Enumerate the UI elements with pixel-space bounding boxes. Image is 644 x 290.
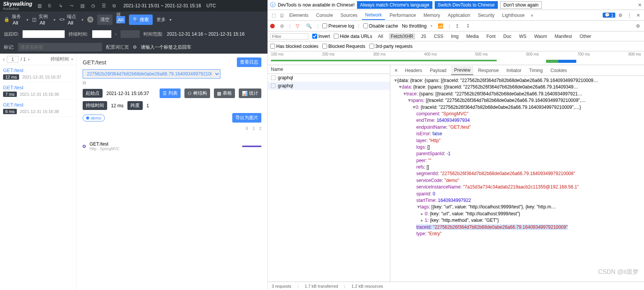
filter-other[interactable]: Other <box>578 33 593 39</box>
trace-id-select[interactable]: 227562b26f364d7b82b68de0abe26a66.79.1640… <box>83 69 220 79</box>
more-link[interactable]: 更多 <box>157 16 166 23</box>
trace-item[interactable]: GET:/test 6 ms2021-12-31 15:16:38 <box>0 100 76 117</box>
filter-img[interactable]: Img <box>449 33 460 39</box>
request-row[interactable]: graphql <box>268 74 390 82</box>
resp-tab-cookies[interactable]: Cookies <box>547 66 570 75</box>
request-row[interactable]: graphql <box>268 82 390 90</box>
banner-match-button[interactable]: Always match Chrome's language <box>357 1 432 9</box>
resp-tab-headers[interactable]: Headers <box>402 66 425 75</box>
chevron-down-icon[interactable]: ▾ <box>170 18 171 22</box>
close-icon[interactable]: ✕ <box>87 16 93 23</box>
device-icon[interactable]: ⌼ <box>279 13 285 18</box>
sort-label[interactable]: 持续时间 <box>51 56 69 62</box>
tab-console[interactable]: Console <box>313 11 336 20</box>
list-icon[interactable]: ☰ <box>102 3 107 8</box>
close-icon[interactable]: ✕ <box>392 68 400 73</box>
filter-input[interactable] <box>270 33 308 39</box>
gear-icon[interactable]: ⚙ <box>133 44 137 50</box>
chevron-down-icon[interactable]: ▾ <box>430 24 432 28</box>
resp-tab-payload[interactable]: Payload <box>427 66 449 75</box>
clear-button[interactable]: 清空 <box>97 15 112 25</box>
line-icon[interactable]: ⤳ <box>70 3 75 8</box>
preserve-log-checkbox[interactable]: Preserve log <box>322 23 354 29</box>
endpoint-select[interactable]: All <box>67 19 79 26</box>
filter-wasm[interactable]: Wasm <box>532 33 549 39</box>
view-log-button[interactable]: 查看日志 <box>237 57 261 67</box>
close-icon[interactable]: ✕ <box>635 13 642 18</box>
waterfall[interactable]: 100 ms 200 ms 300 ms 400 ms 500 ms 600 m… <box>268 51 644 65</box>
stats-view-button[interactable]: 📊 统计 <box>239 88 261 98</box>
trace-item[interactable]: GET:/test 7 ms2021-12-31 15:16:38 <box>0 82 76 100</box>
list-view-button[interactable]: ☰ 列表 <box>160 88 181 98</box>
filter-doc[interactable]: Doc <box>501 33 513 39</box>
filter-css[interactable]: CSS <box>432 33 445 39</box>
pager-page[interactable]: 1 <box>7 56 18 63</box>
close-icon[interactable]: ✕ <box>638 2 642 8</box>
more-tabs-icon[interactable]: » <box>529 13 535 18</box>
filter-media[interactable]: Media <box>464 33 481 39</box>
tab-security[interactable]: Security <box>475 11 497 20</box>
messages-badge[interactable]: 💬 1 <box>603 13 615 18</box>
config-label[interactable]: 配置词汇页 <box>106 44 129 51</box>
filter-ws[interactable]: WS <box>517 33 528 39</box>
chevron-down-icon[interactable]: ▾ <box>82 18 83 22</box>
blocked-req-checkbox[interactable]: Blocked Requests <box>322 44 365 49</box>
kebab-icon[interactable]: ⋮ <box>626 13 633 18</box>
span-row[interactable]: GET:/test Http - SpringMVC <box>83 141 261 151</box>
traceid-input[interactable] <box>23 30 65 38</box>
clear-icon[interactable]: ⊘ <box>279 23 285 29</box>
disable-cache-checkbox[interactable]: Disable cache <box>363 23 398 29</box>
json-preview[interactable]: ▼{data: {trace: {spans: [{traceId: "2275… <box>390 76 644 282</box>
alarm-icon[interactable]: ◷ <box>91 3 96 8</box>
chevron-down-icon[interactable]: ▾ <box>71 57 73 61</box>
filter-font[interactable]: Font <box>484 33 497 39</box>
tab-sources[interactable]: Sources <box>337 11 360 20</box>
tag-input[interactable] <box>18 43 102 51</box>
time-range[interactable]: 2021-12-31 15:01 ~ 2021-12-31 15:16 <box>123 3 201 8</box>
filter-manifest[interactable]: Manifest <box>553 33 574 39</box>
pager-prev[interactable]: ‹ <box>3 57 5 62</box>
blocked-cookies-checkbox[interactable]: Has blocked cookies <box>270 44 318 49</box>
copy-icon[interactable]: ⧉ <box>112 3 118 8</box>
record-icon[interactable] <box>270 24 275 28</box>
wifi-icon[interactable]: 📶 <box>436 23 445 29</box>
log-icon[interactable]: ▤ <box>80 3 86 8</box>
search-icon[interactable]: 🔍 <box>305 23 313 29</box>
tab-performance[interactable]: Performance <box>386 11 419 20</box>
inspect-icon[interactable]: ⬚ <box>270 13 277 18</box>
filter-all[interactable]: All <box>376 33 385 39</box>
instance-select[interactable]: All <box>39 19 51 26</box>
download-icon[interactable]: ↧ <box>465 23 471 29</box>
gear-icon[interactable]: ⚙ <box>617 13 624 18</box>
tree-view-button[interactable]: ⚇ 树结构 <box>184 88 210 98</box>
tab-network[interactable]: Network <box>362 11 385 20</box>
throttle-select[interactable]: No throttling <box>402 23 427 29</box>
export-image-button[interactable]: 导出为图片 <box>232 113 261 123</box>
banner-dismiss-button[interactable]: Don't show again <box>500 1 542 9</box>
copy-icon[interactable]: ⧉ <box>83 80 86 85</box>
filter-icon[interactable]: ▽ <box>294 23 301 29</box>
invert-checkbox[interactable]: Invert <box>312 34 330 39</box>
topo-icon[interactable]: ⎘ <box>48 3 54 8</box>
trace-icon[interactable]: ↳ <box>59 3 64 8</box>
duration-min-input[interactable] <box>92 30 111 38</box>
gear-icon[interactable]: ⚙ <box>634 23 642 29</box>
banner-switch-button[interactable]: Switch DevTools to Chinese <box>435 1 498 9</box>
chart-icon[interactable]: ▥ <box>37 3 43 8</box>
search-button[interactable]: 🔍 搜索 <box>129 15 153 25</box>
resp-tab-preview[interactable]: Preview <box>451 66 474 75</box>
duration-max-input[interactable] <box>121 30 140 38</box>
tab-memory[interactable]: Memory <box>421 11 443 20</box>
trace-item[interactable]: GET:/test 12 ms2021-12-31 15:16:37 <box>0 65 76 82</box>
tab-elements[interactable]: Elements <box>286 11 311 20</box>
third-party-checkbox[interactable]: 3rd-party requests <box>369 44 412 49</box>
filter-xhr[interactable]: Fetch/XHR <box>389 33 415 39</box>
tab-application[interactable]: Application <box>445 11 473 20</box>
hide-urls-checkbox[interactable]: Hide data URLs <box>334 34 372 39</box>
table-view-button[interactable]: ▦ 表格 <box>214 88 235 98</box>
resp-tab-initiator[interactable]: Initiator <box>503 66 524 75</box>
chevron-down-icon[interactable]: ▾ <box>26 18 28 22</box>
chevron-down-icon[interactable]: ▾ <box>54 18 55 22</box>
upload-icon[interactable]: ↥ <box>454 23 461 29</box>
tab-lighthouse[interactable]: Lighthouse <box>499 11 528 20</box>
